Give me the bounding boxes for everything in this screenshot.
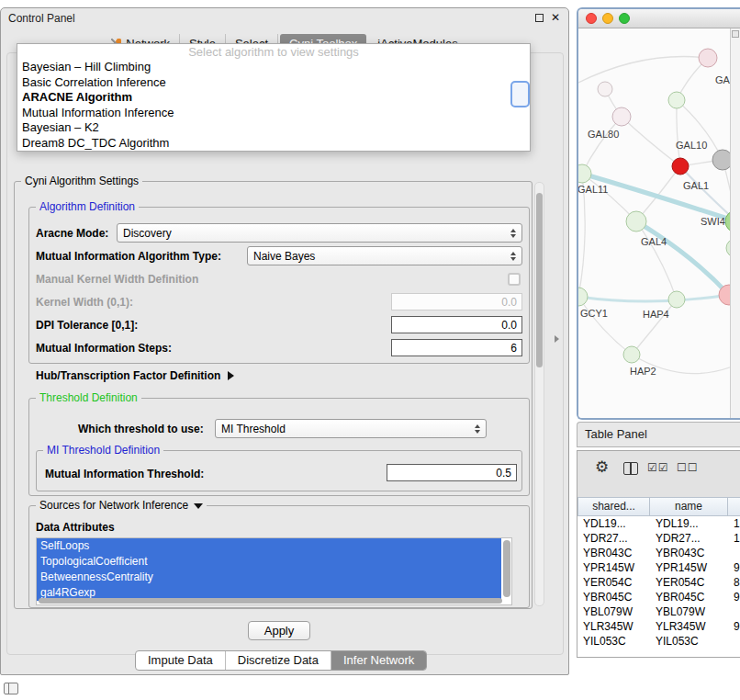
list-vertical-scrollbar-thumb[interactable] — [503, 540, 510, 597]
panel-splitter-arrow[interactable] — [555, 335, 559, 343]
select-all-checkboxes-icon[interactable]: ☑☑ — [647, 461, 669, 474]
refresh-button-fragment[interactable] — [510, 81, 530, 107]
table-column-header[interactable]: name — [650, 497, 728, 516]
mode-tab-infer-network[interactable]: Infer Network — [331, 651, 426, 670]
control-panel-title: Control Panel — [8, 12, 75, 25]
table-row[interactable]: YBR045CYBR045C9. — [577, 590, 740, 604]
table-cell: YPR145W — [577, 560, 650, 575]
kernel-width-field[interactable]: 0.0 — [391, 293, 522, 310]
close-traffic-light[interactable] — [586, 13, 597, 24]
hub-section-label: Hub/Transcription Factor Definition — [36, 369, 220, 382]
mi-threshold-field[interactable]: 0.5 — [387, 464, 517, 481]
dpi-tolerance-field[interactable]: 0.0 — [391, 316, 522, 333]
algorithm-option-aracne-algorithm[interactable]: ARACNE Algorithm — [17, 90, 530, 106]
control-panel-titlebar[interactable]: Control Panel ✕ — [1, 8, 568, 28]
deselect-all-checkboxes-icon[interactable]: ☐☐ — [677, 461, 699, 474]
attribute-item-topologicalcoefficient[interactable]: TopologicalCoefficient — [37, 554, 501, 570]
table-body: YDL19...YDL19...13YDR27...YDR27...12YBR0… — [577, 516, 740, 649]
expand-right-icon — [228, 371, 234, 380]
hub-section-toggle[interactable]: Hub/Transcription Factor Definition — [36, 369, 234, 382]
table-panel-header[interactable]: Table Panel — [577, 422, 740, 447]
algorithm-option-mutual-information-inference[interactable]: Mutual Information Inference — [17, 106, 530, 121]
close-icon[interactable]: ✕ — [551, 11, 560, 24]
network-scrollbar[interactable] — [730, 28, 740, 418]
table-row[interactable]: YBR043CYBR043C — [577, 546, 740, 560]
network-node[interactable] — [612, 107, 631, 126]
combo-arrows-icon — [510, 252, 516, 261]
mi-threshold-definition-title: MI Threshold Definition — [43, 444, 163, 457]
table-cell: YIL053C — [577, 634, 650, 649]
attribute-item-selfloops[interactable]: SelfLoops — [37, 538, 501, 554]
network-node[interactable] — [623, 346, 640, 363]
network-node[interactable] — [668, 291, 685, 308]
node-label-gal1: GAL1 — [683, 180, 709, 191]
table-row[interactable]: YPR145WYPR145W9. — [577, 560, 740, 575]
network-node[interactable] — [699, 49, 717, 67]
table-row[interactable]: YIL053CYIL053C — [577, 634, 740, 649]
table-cell: YDL19... — [577, 516, 650, 531]
table-cell: YDL19... — [650, 516, 728, 531]
bottom-mode-tabs: Impute DataDiscretize DataInfer Network — [135, 650, 427, 671]
list-horizontal-scrollbar-thumb[interactable] — [39, 598, 502, 604]
settings-scrollbar[interactable] — [534, 182, 544, 606]
zoom-traffic-light[interactable] — [619, 13, 630, 24]
table-cell: YBR043C — [650, 546, 728, 560]
sources-group-toggle[interactable]: Sources for Network Inference — [36, 499, 207, 512]
table-column-header[interactable]: shared... — [577, 497, 650, 516]
combo-arrows-icon — [475, 424, 480, 434]
mode-tab-discretize-data[interactable]: Discretize Data — [226, 651, 331, 670]
mode-tab-impute-data[interactable]: Impute Data — [136, 651, 226, 670]
manual-kernel-checkbox[interactable] — [508, 273, 521, 286]
network-node[interactable] — [578, 164, 591, 183]
algorithm-option-dream8-dc-tdc-algorithm[interactable]: Dream8 DC_TDC Algorithm — [17, 136, 530, 152]
mi-steps-field[interactable]: 6 — [391, 339, 522, 356]
aracne-mode-select[interactable]: Discovery — [117, 223, 522, 243]
data-attributes-list[interactable]: SelfLoopsTopologicalCoefficientBetweenne… — [36, 537, 512, 605]
node-label-swi4: SWI4 — [701, 216, 725, 227]
gear-icon[interactable]: ⚙ — [595, 457, 609, 477]
table-cell: YPR145W — [650, 560, 728, 575]
minimize-traffic-light[interactable] — [602, 13, 613, 24]
settings-scrollbar-thumb[interactable] — [536, 193, 543, 367]
network-node[interactable] — [598, 82, 612, 96]
table-row[interactable]: YBL079WYBL079W — [577, 604, 740, 619]
which-threshold-select[interactable]: MI Threshold — [215, 419, 487, 438]
table-cell: 9. — [728, 560, 740, 575]
columns-icon[interactable] — [623, 462, 638, 475]
network-window-titlebar[interactable] — [578, 9, 740, 28]
algorithm-option-bayesian-hill-climbing[interactable]: Bayesian – Hill Climbing — [17, 60, 530, 75]
threshold-definition-title: Threshold Definition — [36, 391, 141, 404]
which-threshold-value: MI Threshold — [221, 423, 286, 435]
network-node[interactable] — [578, 288, 588, 306]
network-node[interactable] — [668, 92, 685, 108]
table-row[interactable]: YLR345WYLR345W9. — [577, 619, 740, 634]
kernel-width-label: Kernel Width (0,1): — [36, 296, 133, 309]
apply-button[interactable]: Apply — [248, 621, 310, 640]
table-row[interactable]: YDR27...YDR27...12 — [577, 531, 740, 546]
attribute-item-betweennesscentrality[interactable]: BetweennessCentrality — [37, 570, 501, 585]
table-cell: 9. — [728, 619, 740, 634]
network-node[interactable] — [626, 211, 646, 231]
table-cell: 9. — [728, 590, 740, 604]
table-cell: YER054C — [577, 575, 650, 590]
network-node[interactable] — [672, 158, 689, 175]
desktop: Control Panel ✕ NetworkStyleSelectCyni T… — [0, 0, 740, 700]
restore-panel-icon[interactable] — [4, 683, 18, 694]
network-node[interactable] — [712, 150, 730, 170]
table-row[interactable]: YER054CYER054C8. — [577, 575, 740, 590]
table-cell — [728, 546, 740, 560]
network-scrollbar-button[interactable] — [732, 30, 739, 38]
aracne-mode-value: Discovery — [123, 227, 172, 240]
network-canvas[interactable]: GAL8GAL80GAL10GAL11GAL1SWI4GAL4GCY1HAP4H… — [578, 28, 730, 419]
algorithm-option-bayesian-k2[interactable]: Bayesian – K2 — [17, 120, 530, 136]
node-table: shared...name YDL19...YDL19...13YDR27...… — [577, 497, 740, 657]
mi-threshold-value: 0.5 — [496, 467, 511, 480]
node-label-hap2: HAP2 — [630, 366, 656, 377]
table-panel-title: Table Panel — [585, 427, 647, 441]
algorithm-option-basic-correlation-inference[interactable]: Basic Correlation Inference — [17, 75, 530, 91]
mi-algorithm-type-select[interactable]: Naive Bayes — [247, 246, 522, 265]
table-column-header[interactable] — [728, 497, 740, 516]
table-row[interactable]: YDL19...YDL19...13 — [577, 516, 740, 531]
float-window-icon[interactable] — [535, 14, 544, 22]
table-cell: YBR045C — [577, 590, 650, 604]
